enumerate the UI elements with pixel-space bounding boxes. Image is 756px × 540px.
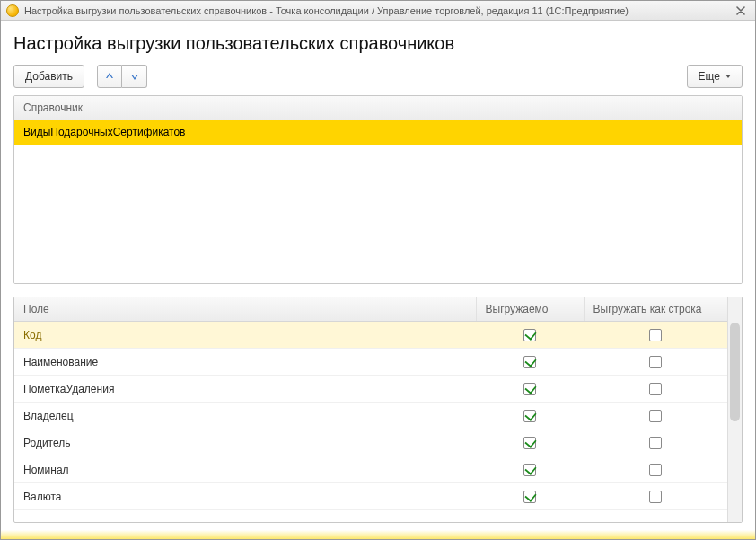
catalog-list-item[interactable]: ВидыПодарочныхСертификатов — [14, 120, 742, 145]
exportable-checkbox[interactable] — [523, 491, 536, 503]
table-row[interactable]: Родитель — [14, 429, 727, 456]
field-name-cell: Валюта — [14, 483, 476, 510]
app-icon — [6, 4, 19, 17]
exportable-cell — [476, 322, 584, 349]
as-string-checkbox[interactable] — [649, 356, 662, 368]
as-string-checkbox[interactable] — [649, 491, 662, 503]
as-string-checkbox[interactable] — [649, 329, 662, 341]
add-button[interactable]: Добавить — [13, 65, 84, 88]
exportable-checkbox[interactable] — [523, 383, 536, 395]
vertical-scrollbar[interactable] — [727, 297, 742, 522]
as-string-checkbox[interactable] — [649, 464, 662, 476]
catalog-list-header: Справочник — [14, 96, 742, 120]
as-string-checkbox[interactable] — [649, 383, 662, 395]
as-string-cell — [584, 456, 727, 483]
field-name-cell: Номинал — [14, 456, 476, 483]
table-row[interactable]: Код — [14, 322, 727, 349]
col-header-as-string[interactable]: Выгружать как строка — [584, 297, 727, 322]
exportable-checkbox[interactable] — [523, 437, 536, 449]
field-name-cell: Владелец — [14, 403, 476, 429]
field-name-cell: ПометкаУдаления — [14, 376, 476, 403]
field-name-cell: Наименование — [14, 349, 476, 376]
as-string-cell — [584, 376, 727, 403]
table-row[interactable]: Валюта — [14, 483, 727, 510]
as-string-cell — [584, 349, 727, 376]
titlebar: Настройка выгрузки пользовательских спра… — [1, 1, 755, 21]
close-icon[interactable] — [732, 4, 750, 18]
exportable-checkbox[interactable] — [523, 410, 536, 422]
table-row[interactable]: ПометкаУдаления — [14, 376, 727, 403]
more-button[interactable]: Еще — [687, 65, 743, 88]
page-title: Настройка выгрузки пользовательских спра… — [13, 33, 743, 54]
exportable-checkbox[interactable] — [523, 329, 536, 341]
exportable-cell — [476, 376, 584, 403]
fields-table-wrap: Поле Выгружаемо Выгружать как строка Код… — [13, 297, 743, 523]
toolbar: Добавить Еще — [13, 65, 743, 88]
table-row[interactable]: Владелец — [14, 403, 727, 429]
table-row[interactable]: Номинал — [14, 456, 727, 483]
chevron-down-icon — [725, 75, 731, 78]
exportable-cell — [476, 349, 584, 376]
add-button-label: Добавить — [25, 70, 73, 83]
col-header-field[interactable]: Поле — [14, 297, 476, 322]
as-string-checkbox[interactable] — [649, 410, 662, 422]
window-title: Настройка выгрузки пользовательских спра… — [24, 5, 629, 16]
move-button-group — [97, 65, 147, 88]
as-string-checkbox[interactable] — [649, 437, 662, 449]
move-up-button[interactable] — [97, 65, 122, 88]
table-row[interactable]: Наименование — [14, 349, 727, 376]
col-header-exportable[interactable]: Выгружаемо — [476, 297, 584, 322]
field-name-cell: Код — [14, 322, 476, 349]
exportable-cell — [476, 456, 584, 483]
arrow-up-icon — [104, 71, 115, 82]
fields-table: Поле Выгружаемо Выгружать как строка Код… — [14, 297, 727, 510]
scrollbar-thumb[interactable] — [730, 323, 740, 421]
more-button-label: Еще — [699, 70, 720, 83]
catalog-list: Справочник ВидыПодарочныхСертификатов — [13, 95, 743, 284]
move-down-button[interactable] — [122, 65, 147, 88]
exportable-cell — [476, 429, 584, 456]
as-string-cell — [584, 429, 727, 456]
footer-accent — [1, 530, 755, 539]
as-string-cell — [584, 322, 727, 349]
as-string-cell — [584, 483, 727, 510]
exportable-cell — [476, 403, 584, 429]
catalog-list-body[interactable]: ВидыПодарочныхСертификатов — [14, 120, 742, 283]
as-string-cell — [584, 403, 727, 429]
exportable-cell — [476, 483, 584, 510]
exportable-checkbox[interactable] — [523, 464, 536, 476]
arrow-down-icon — [129, 71, 140, 82]
app-window: Настройка выгрузки пользовательских спра… — [0, 0, 756, 540]
exportable-checkbox[interactable] — [523, 356, 536, 368]
field-name-cell: Родитель — [14, 429, 476, 456]
content-area: Настройка выгрузки пользовательских спра… — [1, 21, 755, 530]
